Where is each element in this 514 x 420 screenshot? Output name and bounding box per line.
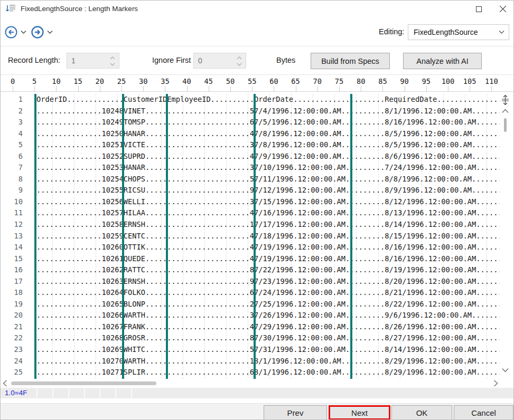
data-row: 20...............10266WARTH.............… (1, 310, 500, 321)
data-row: 9...............10255RICSU..............… (1, 185, 500, 196)
line-number: 20 (1, 310, 23, 321)
data-row: 7...............10253HANAR..............… (1, 162, 500, 174)
horizontal-scrollbar[interactable] (1, 379, 514, 388)
window-title: FixedLengthSource : Length Markers (21, 1, 138, 17)
record-text[interactable]: ...............10262RATTC...............… (23, 264, 500, 276)
record-text[interactable]: ...............10271SPLIR...............… (23, 367, 500, 378)
line-number: 17 (1, 276, 23, 288)
title-bar: FixedLengthSource : Length Markers (1, 1, 514, 17)
vertical-scroll-thumb[interactable] (504, 118, 507, 132)
record-text[interactable]: ...............10260OTTIK...............… (23, 242, 500, 253)
length-marker[interactable] (122, 94, 124, 379)
record-text[interactable]: ...............10261QUEDE...............… (23, 253, 500, 265)
record-length-stepper[interactable]: 1 (67, 53, 119, 69)
ruler-tick-mark (230, 86, 231, 91)
stepper-arrows-icon[interactable] (236, 55, 242, 68)
record-text[interactable]: OrderID.............CustomerIDEmployeeID… (23, 94, 500, 106)
record-text[interactable]: ...............10270WARTH...............… (23, 356, 500, 367)
editing-combobox-value: FixedLengthSource (414, 25, 478, 40)
footer-button-bar: Prev Next OK Cancel (1, 403, 514, 420)
prev-button[interactable]: Prev (264, 405, 327, 420)
length-marker[interactable] (350, 94, 352, 379)
record-text[interactable]: ...............10264FOLKO...............… (23, 287, 500, 299)
length-marker[interactable] (254, 94, 256, 379)
record-text[interactable]: ...............10269WHITC...............… (23, 344, 500, 356)
record-text[interactable]: ...............10266WARTH...............… (23, 310, 500, 321)
data-row: 22...............10268GROSR.............… (1, 332, 500, 344)
record-text[interactable]: ...............10268GROSR...............… (23, 332, 500, 344)
forward-dropdown-chevron-icon[interactable] (47, 30, 53, 35)
ok-button[interactable]: OK (391, 405, 452, 420)
ruler-tick-mark (361, 86, 361, 91)
scroll-left-icon[interactable] (3, 380, 7, 387)
status-cell-separator (52, 388, 53, 398)
ruler-tick: 95 (422, 77, 431, 85)
record-text[interactable]: ...............10265BLONP...............… (23, 299, 500, 310)
ruler-tick-mark (56, 86, 57, 91)
ruler-tick-mark (426, 86, 427, 91)
record-text[interactable]: ...............10256WELLI...............… (23, 196, 500, 208)
ruler-tick-mark (143, 86, 144, 91)
ruler-tick-mark (491, 86, 492, 91)
next-button[interactable]: Next (329, 405, 390, 420)
record-text[interactable]: ...............10258ERNSH...............… (23, 219, 500, 231)
ruler-tick-mark (209, 86, 209, 91)
close-button[interactable] (491, 1, 514, 17)
record-text[interactable]: ...............10252SUPRD...............… (23, 151, 500, 163)
back-button[interactable] (5, 26, 17, 39)
length-marker[interactable] (166, 94, 168, 379)
record-text[interactable]: ...............10255RICSU...............… (23, 185, 500, 196)
scroll-right-icon[interactable] (493, 380, 498, 387)
record-text[interactable]: ...............10248VINET...............… (23, 106, 500, 117)
analyze-with-ai-button[interactable]: Analyze with AI (403, 53, 482, 69)
build-from-specs-button[interactable]: Build from Specs (311, 53, 390, 69)
ignore-first-stepper[interactable]: 0 (193, 53, 246, 69)
data-row: 1OrderID.............CustomerIDEmployeeI… (1, 94, 500, 106)
ruler-tick-mark (405, 86, 405, 91)
record-text[interactable]: ...............10249TOMSP...............… (23, 117, 500, 128)
back-dropdown-chevron-icon[interactable] (21, 30, 27, 35)
bytes-label: Bytes (276, 46, 295, 74)
cancel-button[interactable]: Cancel (454, 405, 513, 420)
line-number: 18 (1, 287, 23, 299)
line-number: 10 (1, 196, 23, 208)
ruler-tick-mark (252, 86, 253, 91)
record-text[interactable]: ...............10259CENTC...............… (23, 231, 500, 242)
horizontal-scroll-thumb[interactable] (11, 381, 156, 385)
maximize-button[interactable] (467, 1, 491, 17)
column-ruler[interactable]: 0510152025303540455055606570758085909510… (1, 75, 514, 92)
record-text[interactable]: ...............10251VICTE...............… (23, 139, 500, 151)
ruler-tick: 25 (117, 77, 126, 85)
data-row: 24...............10270WARTH.............… (1, 356, 500, 367)
record-text[interactable]: ...............10254CHOPS...............… (23, 174, 500, 185)
ruler-tick: 35 (161, 77, 169, 85)
ruler-tick: 10 (52, 77, 60, 85)
record-text[interactable]: ...............10263ERNSH...............… (23, 276, 500, 288)
line-number: 12 (1, 219, 23, 231)
record-text[interactable]: ...............10267FRANK...............… (23, 321, 500, 333)
scroll-up-icon[interactable] (502, 109, 509, 113)
ruler-tick: 0 (11, 77, 15, 85)
status-cell-separator (99, 388, 100, 398)
editing-combobox[interactable]: FixedLengthSource (408, 24, 509, 40)
record-text[interactable]: ...............10257HILAA...............… (23, 207, 500, 219)
record-length-label: Record Length: (8, 46, 60, 74)
status-cell-separator (68, 388, 69, 398)
record-rows: 1OrderID.............CustomerIDEmployeeI… (1, 94, 500, 379)
record-text[interactable]: ...............10253HANAR...............… (23, 162, 500, 174)
scroll-down-icon[interactable] (502, 368, 509, 373)
line-number: 23 (1, 344, 23, 356)
status-cell-separator (131, 388, 132, 398)
forward-button[interactable] (31, 26, 44, 39)
line-number: 13 (1, 231, 23, 242)
row-splitter-icon[interactable] (501, 95, 509, 105)
data-row: 12...............10258ERNSH.............… (1, 219, 500, 231)
length-marker[interactable] (34, 94, 36, 379)
line-number: 19 (1, 299, 23, 310)
vertical-scrollbar[interactable] (498, 94, 512, 379)
stepper-arrows-icon[interactable] (109, 55, 116, 68)
line-number: 24 (1, 356, 23, 367)
data-row: 19...............10265BLONP.............… (1, 299, 500, 310)
record-text[interactable]: ...............10250HANAR...............… (23, 128, 500, 140)
fixed-length-editor: 1OrderID.............CustomerIDEmployeeI… (1, 92, 514, 388)
